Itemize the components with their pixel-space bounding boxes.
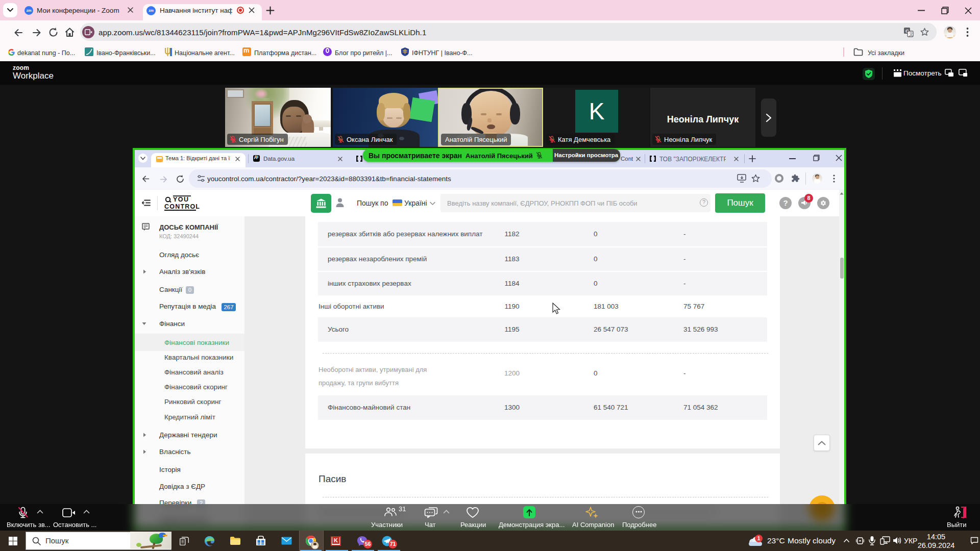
svg-text:文: 文	[909, 32, 914, 37]
svg-text:YOU: YOU	[173, 196, 189, 203]
svg-text:CONTROL: CONTROL	[164, 203, 200, 210]
